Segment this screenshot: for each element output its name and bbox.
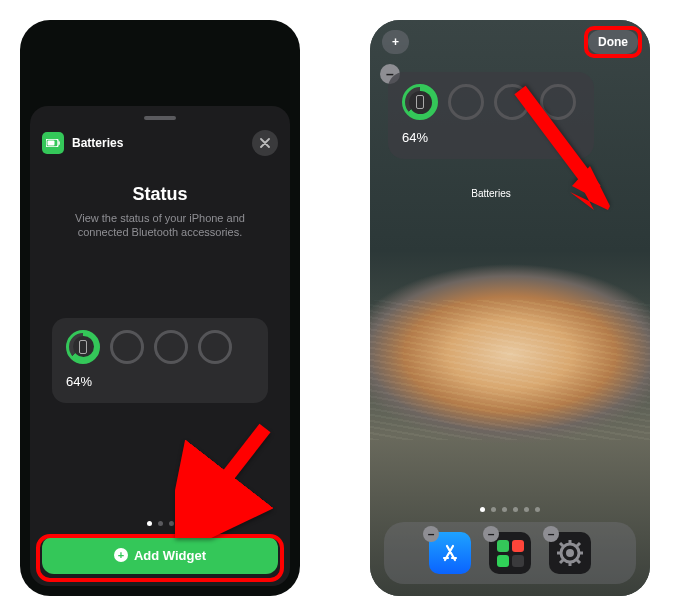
widget-preview[interactable]: 64% xyxy=(52,318,268,403)
page-dot xyxy=(491,507,496,512)
home-page-indicator[interactable] xyxy=(370,507,650,512)
battery-ring-empty xyxy=(198,330,232,364)
battery-rings xyxy=(402,84,580,120)
battery-rings xyxy=(66,330,254,364)
battery-ring-empty xyxy=(494,84,530,120)
remove-app-button[interactable]: – xyxy=(423,526,439,542)
battery-ring-empty xyxy=(540,84,576,120)
page-dot xyxy=(524,507,529,512)
battery-ring-empty xyxy=(154,330,188,364)
page-dot xyxy=(147,521,152,526)
close-icon xyxy=(260,138,270,148)
phone-icon xyxy=(416,95,424,109)
app-appstore[interactable]: – xyxy=(429,532,471,574)
page-dot xyxy=(480,507,485,512)
sheet-title: Batteries xyxy=(72,136,123,150)
sheet-grabber[interactable] xyxy=(144,116,176,120)
remove-app-button[interactable]: – xyxy=(543,526,559,542)
svg-rect-1 xyxy=(59,141,60,145)
svg-line-12 xyxy=(577,560,580,563)
battery-ring-phone xyxy=(402,84,438,120)
svg-point-6 xyxy=(566,549,574,557)
add-widget-button[interactable]: + Add Widget xyxy=(42,536,278,574)
svg-line-11 xyxy=(560,543,563,546)
page-dot xyxy=(169,521,174,526)
phone-widget-chooser: Batteries Status View the status of your… xyxy=(20,20,300,596)
add-widget-pill[interactable]: + xyxy=(382,30,409,54)
done-button[interactable]: Done xyxy=(588,30,638,54)
widget-caption: Batteries xyxy=(388,188,594,199)
battery-percent: 64% xyxy=(66,374,254,389)
battery-ring-phone xyxy=(66,330,100,364)
close-button[interactable] xyxy=(252,130,278,156)
shortcuts-icon xyxy=(497,540,524,567)
batteries-app-icon xyxy=(42,132,64,154)
remove-app-button[interactable]: – xyxy=(483,526,499,542)
batteries-widget[interactable]: 64% xyxy=(388,72,594,159)
widget-variant-title: Status xyxy=(42,184,278,205)
widget-variant-description: View the status of your iPhone and conne… xyxy=(60,211,260,240)
page-dot xyxy=(535,507,540,512)
page-indicator[interactable] xyxy=(42,501,278,526)
dock: – – – xyxy=(384,522,636,584)
svg-line-14 xyxy=(577,543,580,546)
phone-home-edit: + Done – 64% Batteries – – xyxy=(370,20,650,596)
app-settings[interactable]: – xyxy=(549,532,591,574)
battery-percent: 64% xyxy=(402,130,580,145)
plus-circle-icon: + xyxy=(114,548,128,562)
phone-icon xyxy=(79,340,87,354)
battery-ring-empty xyxy=(448,84,484,120)
appstore-icon xyxy=(438,541,462,565)
page-dot xyxy=(513,507,518,512)
add-widget-label: Add Widget xyxy=(134,548,206,563)
page-dot xyxy=(502,507,507,512)
edit-top-bar: + Done xyxy=(382,30,638,54)
gear-icon xyxy=(556,539,584,567)
svg-rect-2 xyxy=(48,141,55,146)
svg-line-13 xyxy=(560,560,563,563)
app-shortcuts[interactable]: – xyxy=(489,532,531,574)
sheet-header: Batteries xyxy=(42,130,278,156)
battery-ring-empty xyxy=(110,330,144,364)
page-dot xyxy=(158,521,163,526)
widget-sheet: Batteries Status View the status of your… xyxy=(30,106,290,586)
